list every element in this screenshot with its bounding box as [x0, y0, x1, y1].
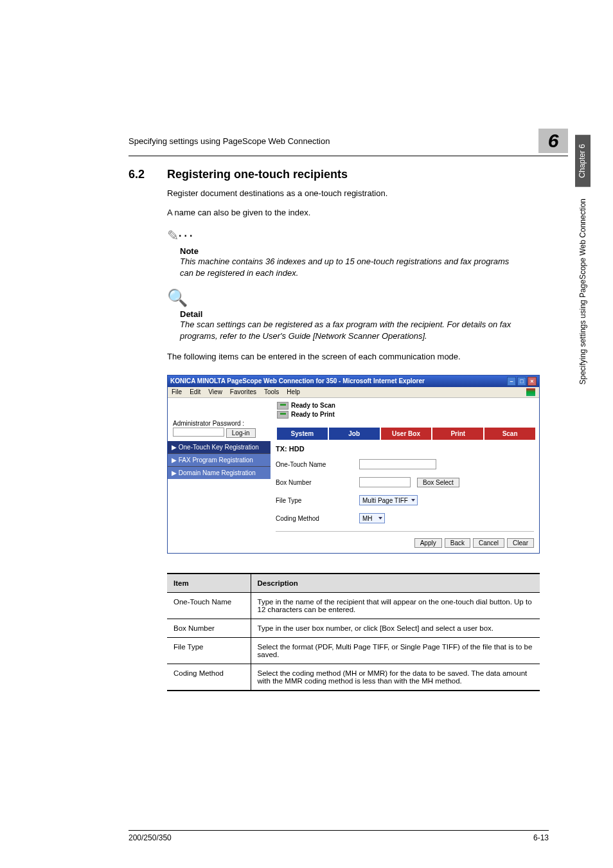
- side-tab-title: Specifying settings using PageScope Web …: [578, 195, 587, 388]
- section-number: 6.2: [129, 168, 154, 181]
- table-cell-desc: Type in the name of the recipient that w…: [251, 593, 540, 619]
- tab-user-box[interactable]: User Box: [381, 428, 432, 440]
- detail-block: 🔍 Detail The scan settings can be regist…: [167, 288, 514, 342]
- close-icon[interactable]: ×: [528, 377, 537, 386]
- input-box-number[interactable]: [359, 477, 411, 487]
- table-cell-item: One-Touch Name: [167, 593, 251, 619]
- note-block: ✎... Note This machine contains 36 index…: [167, 228, 514, 279]
- table-header-description: Description: [251, 574, 540, 593]
- input-one-touch-name[interactable]: [359, 459, 436, 469]
- apply-button[interactable]: Apply: [414, 538, 442, 548]
- tab-job[interactable]: Job: [329, 428, 380, 440]
- table-row: File Type Select the format (PDF, Multi …: [167, 638, 540, 664]
- tab-system[interactable]: System: [277, 428, 328, 440]
- side-nav: ▶ One-Touch Key Registration ▶ FAX Progr…: [168, 441, 271, 553]
- footer-right: 6-13: [533, 833, 549, 842]
- select-file-type[interactable]: Multi Page TIFF: [359, 495, 418, 505]
- main-tabs: System Job User Box Print Scan: [277, 428, 535, 440]
- side-tab-chapter: Chapter 6: [575, 135, 591, 187]
- table-row: One-Touch Name Type in the name of the r…: [167, 593, 540, 619]
- page-footer: 200/250/350 6-13: [129, 830, 549, 842]
- menu-help[interactable]: Help: [287, 388, 300, 396]
- window-title: KONICA MINOLTA PageScope Web Connection …: [170, 377, 425, 384]
- menu-tools[interactable]: Tools: [264, 388, 279, 396]
- table-cell-desc: Select the format (PDF, Multi Page TIFF,…: [251, 638, 540, 664]
- select-coding-method[interactable]: MH: [359, 513, 385, 523]
- note-body: This machine contains 36 indexes and up …: [180, 256, 514, 279]
- browser-menubar: File Edit View Favorites Tools Help: [168, 387, 539, 398]
- tab-scan[interactable]: Scan: [484, 428, 535, 440]
- nav-fax-program[interactable]: ▶ FAX Program Registration: [168, 453, 271, 466]
- header-title: Specifying settings using PageScope Web …: [129, 136, 330, 146]
- description-table: Item Description One-Touch Name Type in …: [167, 573, 540, 691]
- footer-left: 200/250/350: [129, 833, 172, 842]
- minimize-icon[interactable]: –: [507, 377, 516, 386]
- nav-domain-name[interactable]: ▶ Domain Name Registration: [168, 466, 271, 479]
- page-header: Specifying settings using PageScope Web …: [129, 129, 568, 156]
- table-header-item: Item: [167, 574, 251, 593]
- table-cell-desc: Type in the user box number, or click [B…: [251, 619, 540, 638]
- magnifier-icon: 🔍: [167, 288, 188, 307]
- browser-window: KONICA MINOLTA PageScope Web Connection …: [167, 375, 540, 554]
- label-file-type: File Type: [276, 497, 359, 504]
- pencil-icon: ✎: [167, 228, 179, 244]
- status-scan: Ready to Scan: [291, 402, 335, 409]
- login-button[interactable]: Log-in: [226, 428, 256, 438]
- label-one-touch-name: One-Touch Name: [276, 461, 359, 468]
- menu-file[interactable]: File: [172, 388, 182, 396]
- detail-body: The scan settings can be registered as a…: [180, 319, 514, 342]
- clear-button[interactable]: Clear: [507, 538, 534, 548]
- body-paragraph: The following items can be entered in th…: [167, 351, 514, 363]
- table-cell-item: File Type: [167, 638, 251, 664]
- nav-one-touch[interactable]: ▶ One-Touch Key Registration: [168, 441, 271, 453]
- note-dots: ...: [179, 228, 195, 239]
- label-box-number: Box Number: [276, 479, 359, 486]
- printer-icon: [277, 402, 289, 410]
- printer-icon: [277, 411, 289, 419]
- body-paragraph: Register document destinations as a one-…: [167, 188, 514, 199]
- menu-view[interactable]: View: [208, 388, 222, 396]
- window-titlebar: KONICA MINOLTA PageScope Web Connection …: [168, 375, 539, 387]
- table-cell-desc: Select the coding method (MH or MMR) for…: [251, 664, 540, 691]
- note-heading: Note: [180, 246, 514, 256]
- table-cell-item: Coding Method: [167, 664, 251, 691]
- table-row: Coding Method Select the coding method (…: [167, 664, 540, 691]
- admin-password-input[interactable]: [173, 428, 224, 437]
- table-cell-item: Box Number: [167, 619, 251, 638]
- menu-favorites[interactable]: Favorites: [230, 388, 256, 396]
- table-row: Box Number Type in the user box number, …: [167, 619, 540, 638]
- section-title: Registering one-touch recipients: [167, 168, 348, 181]
- ie-logo-icon: [526, 388, 535, 396]
- label-coding-method: Coding Method: [276, 515, 359, 522]
- button-row: Apply Back Cancel Clear: [276, 531, 534, 548]
- section-heading: 6.2 Registering one-touch recipients: [129, 168, 514, 181]
- admin-password-label: Administrator Password :: [173, 420, 277, 427]
- cancel-button[interactable]: Cancel: [473, 538, 504, 548]
- tab-print[interactable]: Print: [432, 428, 483, 440]
- side-tab: Chapter 6 Specifying settings using Page…: [573, 135, 592, 388]
- status-print: Ready to Print: [291, 411, 335, 418]
- panel-title: TX: HDD: [276, 445, 534, 453]
- main-panel: TX: HDD One-Touch Name Box Number Box Se…: [271, 441, 539, 553]
- box-select-button[interactable]: Box Select: [417, 478, 459, 487]
- back-button[interactable]: Back: [445, 538, 470, 548]
- detail-heading: Detail: [180, 309, 514, 319]
- chapter-number: 6: [538, 129, 568, 153]
- maximize-icon[interactable]: □: [517, 377, 526, 386]
- menu-edit[interactable]: Edit: [190, 388, 200, 396]
- body-paragraph: A name can also be given to the index.: [167, 207, 514, 219]
